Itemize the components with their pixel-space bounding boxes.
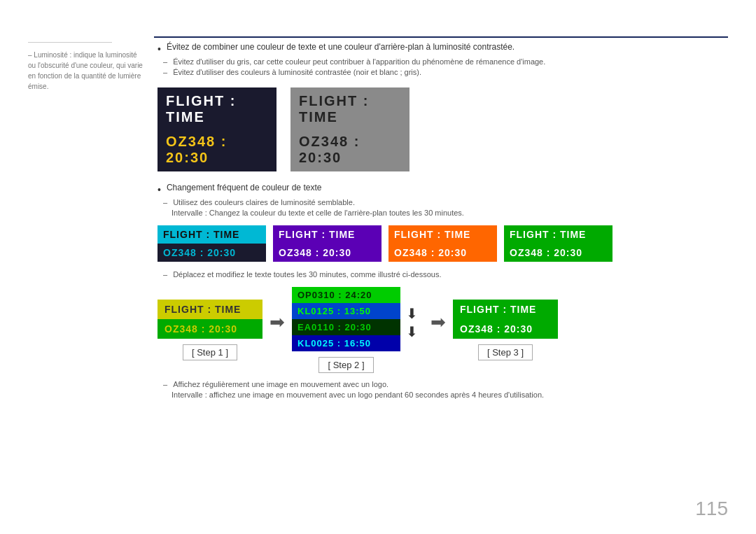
arrow-2-icon: ➡ xyxy=(430,311,446,333)
flight-box-cyan: FLIGHT : TIME OZ348 : 20:30 xyxy=(158,225,266,262)
arrow-1-icon: ➡ xyxy=(270,311,285,333)
flight-box-orange: FLIGHT : TIME OZ348 : 20:30 xyxy=(388,225,497,262)
bullet-dot-2: • xyxy=(158,184,161,195)
flight-cyan-value: OZ348 : 20:30 xyxy=(158,244,266,262)
step2-row3: EA0110 : 20:30 xyxy=(292,319,400,335)
flight-purple-header: FLIGHT : TIME xyxy=(273,225,382,244)
bullet-item-2: • Changement fréquent de couleur de text… xyxy=(158,183,728,195)
flight-purple-value: OZ348 : 20:30 xyxy=(273,244,382,262)
flight-orange-value: OZ348 : 20:30 xyxy=(388,244,497,262)
sidebar-text: – Luminosité : indique la luminosité ou … xyxy=(28,50,144,92)
dash-text-3: Utilisez des couleurs claires de luminos… xyxy=(173,198,355,206)
step2-flight-box: OP0310 : 24:20 KL0125 : 13:50 EA0110 : 2… xyxy=(292,287,400,351)
step2-row2: KL0125 : 13:50 xyxy=(292,303,400,319)
step3-item: FLIGHT : TIME OZ348 : 20:30 [ Step 3 ] xyxy=(453,300,558,360)
sidebar: – Luminosité : indique la luminosité ou … xyxy=(28,42,144,92)
top-divider xyxy=(154,36,728,38)
flight-cyan-header: FLIGHT : TIME xyxy=(158,225,266,244)
dash-text-7: Intervalle : affichez une image en mouve… xyxy=(172,391,544,399)
dash-text-5: Déplacez et modifiez le texte toutes les… xyxy=(173,270,441,279)
dash-3: – xyxy=(163,198,167,206)
step3-header: FLIGHT : TIME xyxy=(453,300,558,319)
step1-flight-box: FLIGHT : TIME OZ348 : 20:30 xyxy=(158,300,262,339)
dash-text-4: Intervalle : Changez la couleur du texte… xyxy=(172,209,464,217)
dash-5: – xyxy=(163,270,167,279)
dash-item-6: – Affichez régulièrement une image en mo… xyxy=(158,380,728,388)
dash-item-3: – Utilisez des couleurs claires de lumin… xyxy=(158,198,728,206)
flight-box-purple: FLIGHT : TIME OZ348 : 20:30 xyxy=(273,225,382,262)
down-arrow-1-icon: ⬇ xyxy=(406,304,418,323)
dash-1: – xyxy=(163,57,167,66)
step2-row4: KL0025 : 16:50 xyxy=(292,335,400,351)
dash-item-2: – Évitez d'utiliser des couleurs à lumin… xyxy=(158,68,728,76)
dash-item-4: Intervalle : Changez la couleur du texte… xyxy=(158,209,728,217)
step2-item: OP0310 : 24:20 KL0125 : 13:50 EA0110 : 2… xyxy=(292,287,400,373)
flight-dark-value: OZ348 : 20:30 xyxy=(158,129,276,171)
flight-gray-header: FLIGHT : TIME xyxy=(290,87,410,129)
dash-item-7: Intervalle : affichez une image en mouve… xyxy=(158,391,728,399)
flight-box-green: FLIGHT : TIME OZ348 : 20:30 xyxy=(504,225,612,262)
flight-dark-header: FLIGHT : TIME xyxy=(158,87,276,129)
flight-box-gray: FLIGHT : TIME OZ348 : 20:30 xyxy=(290,87,410,171)
sidebar-divider xyxy=(28,42,112,43)
bullet-item-1: • Évitez de combiner une couleur de text… xyxy=(158,42,728,55)
flight-displays-row: FLIGHT : TIME OZ348 : 20:30 FLIGHT : TIM… xyxy=(158,87,728,171)
flight-gray-value: OZ348 : 20:30 xyxy=(290,129,410,171)
dash-text-6: Affichez régulièrement une image en mouv… xyxy=(173,380,388,388)
step-section: FLIGHT : TIME OZ348 : 20:30 [ Step 1 ] ➡… xyxy=(158,287,728,373)
page-number: 115 xyxy=(695,498,728,520)
color-boxes-row: FLIGHT : TIME OZ348 : 20:30 FLIGHT : TIM… xyxy=(158,225,728,262)
dash-text-1: Évitez d'utiliser du gris, car cette cou… xyxy=(173,57,545,66)
step1-item: FLIGHT : TIME OZ348 : 20:30 [ Step 1 ] xyxy=(158,300,262,360)
step1-label: [ Step 1 ] xyxy=(183,344,237,360)
flight-orange-header: FLIGHT : TIME xyxy=(388,225,497,244)
step3-flight-box: FLIGHT : TIME OZ348 : 20:30 xyxy=(453,300,558,339)
dash-6: – xyxy=(163,380,167,388)
step1-value: OZ348 : 20:30 xyxy=(158,319,262,339)
flight-box-dark: FLIGHT : TIME OZ348 : 20:30 xyxy=(158,87,276,171)
dash-text-2: Évitez d'utiliser des couleurs à luminos… xyxy=(173,68,421,76)
step2-label: [ Step 2 ] xyxy=(318,357,373,373)
step2-row1: OP0310 : 24:20 xyxy=(292,287,400,303)
flight-green-value: OZ348 : 20:30 xyxy=(504,244,612,262)
bullet-dot-1: • xyxy=(158,43,161,55)
bullet-text-2: Changement fréquent de couleur de texte xyxy=(167,183,321,192)
step1-header: FLIGHT : TIME xyxy=(158,300,262,319)
step3-label: [ Step 3 ] xyxy=(478,344,533,360)
main-content: • Évitez de combiner une couleur de text… xyxy=(158,42,728,401)
down-arrow-2-icon: ⬇ xyxy=(406,323,418,341)
dash-item-1: – Évitez d'utiliser du gris, car cette c… xyxy=(158,57,728,66)
step3-value: OZ348 : 20:30 xyxy=(453,319,558,339)
down-arrows-container: ⬇ ⬇ xyxy=(406,304,418,341)
bullet-text-1: Évitez de combiner une couleur de texte … xyxy=(167,42,514,52)
flight-green-header: FLIGHT : TIME xyxy=(504,225,612,244)
dash-2: – xyxy=(163,68,167,76)
dash-item-5: – Déplacez et modifiez le texte toutes l… xyxy=(158,270,728,279)
